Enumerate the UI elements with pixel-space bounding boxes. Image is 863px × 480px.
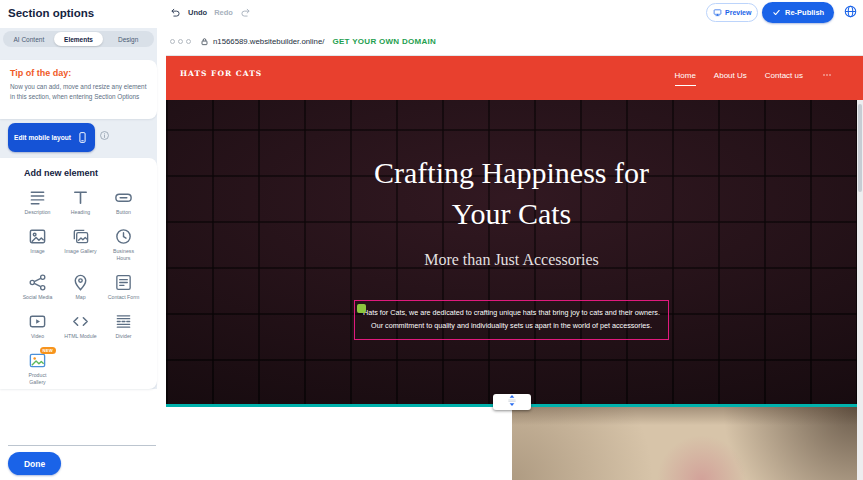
add-element-item[interactable]: Contact Form: [102, 273, 145, 301]
add-element-label: Contact Form: [108, 294, 139, 301]
globe-icon[interactable]: [843, 4, 858, 19]
add-element-label: Divider: [115, 333, 131, 340]
heading-icon: [71, 188, 90, 207]
new-badge: NEW: [40, 347, 56, 354]
add-element-label: Map: [75, 294, 85, 301]
hero-section[interactable]: Crafting Happiness forYour Cats More tha…: [166, 100, 857, 407]
panel-tab[interactable]: Design: [103, 32, 153, 46]
undo-button[interactable]: Undo: [188, 8, 207, 17]
editor-topbar: Section options Undo Redo Preview Re-Pub…: [0, 0, 863, 28]
check-icon: [772, 8, 781, 17]
edit-mobile-layout-button[interactable]: Edit mobile layout: [8, 123, 95, 152]
get-own-domain-link[interactable]: GET YOUR OWN DOMAIN: [332, 37, 436, 46]
nav-more-icon[interactable]: [821, 70, 833, 80]
history-controls: Undo Redo: [170, 7, 251, 18]
phone-icon: [76, 131, 89, 144]
nav-items: Home About Us Contact us: [675, 71, 804, 86]
hero-paragraph[interactable]: Hats for Cats, we are dedicated to craft…: [354, 300, 669, 340]
headline-line: Your Cats: [166, 193, 857, 234]
image-gallery-icon: [71, 227, 90, 246]
info-icon[interactable]: [99, 130, 110, 141]
add-element-item[interactable]: Map: [59, 273, 102, 301]
button-icon: [114, 188, 133, 207]
undo-icon[interactable]: [170, 7, 181, 18]
contact-form-icon: [114, 273, 133, 292]
description-icon: [28, 188, 47, 207]
nav-item[interactable]: About Us: [714, 71, 747, 86]
panel-tab[interactable]: Elements: [54, 32, 104, 46]
scrollbar-header-segment: [857, 56, 863, 100]
scrollbar-thumb[interactable]: [858, 104, 862, 192]
business-hours-icon: [114, 227, 133, 246]
add-element-item[interactable]: Button: [102, 188, 145, 216]
add-element-label: Image: [30, 248, 44, 255]
add-element-item[interactable]: Social Media: [16, 273, 59, 301]
divider-icon: [114, 312, 133, 331]
add-element-item[interactable]: Business Hours: [102, 227, 145, 262]
element-grid: Description Heading Button Im: [16, 188, 145, 386]
site-preview: HATS FOR CATS Home About Us Contact us C…: [166, 56, 857, 480]
tip-card: Tip of the day: Now you can add, move an…: [0, 60, 157, 119]
preview-button[interactable]: Preview: [706, 3, 758, 22]
add-element-item[interactable]: Image Gallery: [59, 227, 102, 262]
image-icon: [28, 227, 47, 246]
html-module-icon: [71, 312, 90, 331]
site-logo[interactable]: HATS FOR CATS: [180, 69, 262, 78]
ai-assistant-chip-icon[interactable]: [357, 304, 366, 313]
add-element-item[interactable]: NEW Product Gallery: [16, 351, 59, 386]
nav-item[interactable]: Home: [675, 71, 696, 86]
add-element-label: Business Hours: [107, 248, 141, 262]
tab-label: AI Content: [13, 36, 44, 43]
add-element-label: Image Gallery: [64, 248, 96, 255]
add-element-item[interactable]: HTML Module: [59, 312, 102, 340]
resize-arrows-icon: [502, 393, 522, 411]
add-element-item[interactable]: Heading: [59, 188, 102, 216]
add-element-label: Video: [31, 333, 44, 340]
map-icon: [71, 273, 90, 292]
window-dot: [178, 39, 183, 44]
add-element-item[interactable]: Divider: [102, 312, 145, 340]
window-dot: [170, 39, 175, 44]
add-element-title: Add new element: [24, 168, 145, 178]
lock-icon: [200, 37, 209, 46]
add-element-label: Heading: [71, 209, 90, 216]
add-element-label: Product Gallery: [21, 372, 55, 386]
browser-bar: n1566589.websitebuilder.online/ GET YOUR…: [166, 28, 863, 56]
site-header: HATS FOR CATS Home About Us Contact us: [166, 56, 857, 100]
social-media-icon: [28, 273, 47, 292]
done-button[interactable]: Done: [8, 452, 61, 475]
redo-icon[interactable]: [240, 7, 251, 18]
redo-button[interactable]: Redo: [214, 8, 233, 17]
section-resize-handle[interactable]: [493, 394, 531, 410]
add-element-label: Description: [25, 209, 51, 216]
add-element-item[interactable]: Video: [16, 312, 59, 340]
add-element-card: Add new element Description Heading: [0, 158, 157, 389]
add-element-item[interactable]: Image: [16, 227, 59, 262]
hero-paragraph-wrap: Hats for Cats, we are dedicated to craft…: [166, 300, 857, 340]
republish-label: Re-Publish: [785, 8, 824, 17]
tab-label: Elements: [64, 36, 93, 43]
add-element-item[interactable]: Description: [16, 188, 59, 216]
add-element-label: Button: [116, 209, 131, 216]
editor-window: Section options Undo Redo Preview Re-Pub…: [0, 0, 863, 480]
hero-subheadline[interactable]: More than Just Accessories: [166, 251, 857, 269]
next-section-photo: [512, 407, 857, 480]
site-nav: Home About Us Contact us: [675, 71, 834, 86]
headline-line: Crafting Happiness for: [166, 152, 857, 193]
next-section[interactable]: [166, 407, 857, 480]
republish-button[interactable]: Re-Publish: [762, 2, 834, 23]
edit-mobile-label: Edit mobile layout: [14, 134, 71, 141]
video-icon: [28, 312, 47, 331]
tab-label: Design: [118, 36, 138, 43]
site-url: n1566589.websitebuilder.online/: [213, 37, 324, 46]
nav-item[interactable]: Contact us: [765, 71, 803, 86]
page-title: Section options: [8, 7, 94, 19]
preview-scrollbar[interactable]: [857, 56, 863, 480]
paragraph-line: Our commitment to quality and individual…: [363, 320, 660, 333]
panel-tab[interactable]: AI Content: [4, 32, 54, 46]
tip-heading: Tip of the day:: [10, 68, 147, 78]
window-control-dots: [170, 39, 191, 44]
add-element-label: Social Media: [23, 294, 53, 301]
panel-tabs: AI Content Elements Design: [3, 31, 154, 47]
hero-headline[interactable]: Crafting Happiness forYour Cats: [166, 152, 857, 235]
